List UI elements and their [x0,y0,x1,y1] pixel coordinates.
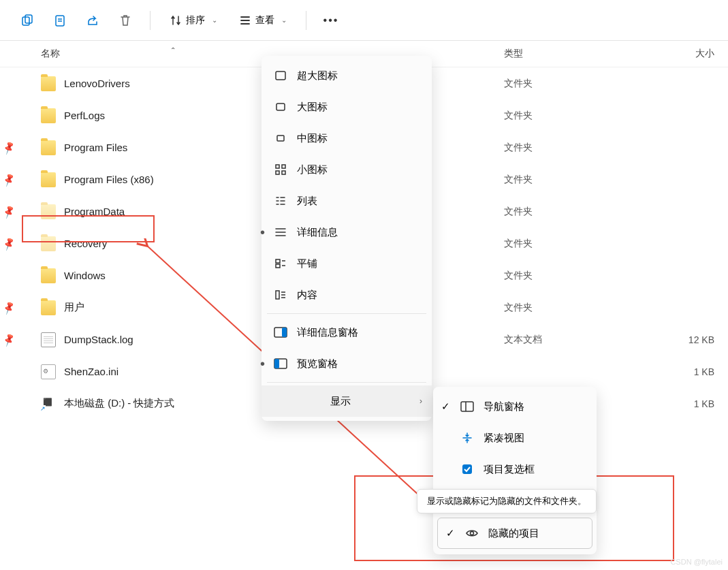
square-md-icon [274,101,287,113]
share-button[interactable] [79,7,106,34]
svg-rect-12 [276,264,280,268]
separator [306,11,306,30]
trash-icon [118,14,132,27]
watermark: CSDN @flytalei [670,558,723,566]
menu-label: 大图标 [297,101,328,114]
square-sm-icon [274,132,287,144]
folder-icon [41,204,56,219]
menu-item[interactable]: •详细信息 [262,217,432,248]
svg-rect-7 [276,165,279,168]
delete-button[interactable] [112,7,139,34]
menu-item[interactable]: 内容 [262,279,432,311]
menu-label: 平铺 [297,257,317,270]
compact-icon [460,432,474,444]
file-type: 文件夹 [504,174,627,186]
submenu-item[interactable]: ✓导航窗格 [433,391,597,422]
file-icon [41,396,56,411]
file-name: Windows [64,270,266,281]
pin-icon: 📌 [1,140,16,155]
submenu-item[interactable]: 紧凑视图 [433,422,597,454]
pin-icon: 📌 [1,236,16,251]
folder-icon [41,268,56,283]
menu-label: 小图标 [297,163,328,176]
more-button[interactable]: ••• [317,7,345,34]
svg-rect-6 [277,136,284,141]
file-type: 文件夹 [504,302,627,314]
submenu-item[interactable]: ✓隐藏的项目 [437,518,592,549]
menu-item[interactable]: 超大图标 [262,60,432,91]
svg-point-21 [471,532,474,535]
svg-rect-8 [282,165,285,168]
check-icon: ✓ [441,400,450,413]
file-size: 1 KB [627,398,728,409]
toolbar: 排序 ⌄ 查看 ⌄ ••• [0,0,728,41]
content-icon [274,289,287,301]
menu-label: 详细信息窗格 [297,326,358,339]
svg-rect-1 [25,15,32,23]
tiles-icon [274,257,287,270]
svg-rect-20 [462,464,472,474]
pin-icon: 📌 [1,300,16,315]
chevron-down-icon: ⌄ [281,16,287,24]
share-icon [86,14,99,27]
sort-button[interactable]: 排序 ⌄ [161,7,225,34]
file-type: 文件夹 [504,270,627,282]
file-name: 用户 [64,301,266,314]
file-type: 文件夹 [504,206,627,218]
grid-sm-icon [274,163,287,176]
menu-separator [267,382,426,383]
copy-button[interactable] [14,7,41,34]
svg-rect-10 [282,171,285,174]
more-icon: ••• [323,14,339,27]
pin-icon: 📌 [1,332,16,347]
square-lg-icon [274,69,287,82]
file-name: 本地磁盘 (D:) - 快捷方式 [64,397,266,410]
folder-icon [41,108,56,123]
folder-icon [41,172,56,187]
file-name: ProgramData [64,206,266,217]
copy-icon [20,14,34,27]
menu-label: 超大图标 [297,69,338,82]
svg-rect-11 [276,259,280,263]
view-button[interactable]: 查看 ⌄ [231,7,295,34]
column-size[interactable]: 大小 [627,48,728,60]
show-submenu: ✓导航窗格紧凑视图项目复选框✓隐藏的项目 [433,387,597,554]
menu-item[interactable]: 中图标 [262,123,432,154]
tooltip: 显示或隐藏标记为隐藏的文件和文件夹。 [417,489,597,513]
file-size: 1 KB [627,366,728,377]
menu-label: 详细信息 [297,226,338,239]
column-type[interactable]: 类型 [504,48,627,60]
view-icon [239,14,251,27]
menu-item[interactable]: 小图标 [262,154,432,185]
sort-label: 排序 [186,14,205,27]
svg-rect-13 [276,291,279,299]
file-type: 文件夹 [504,238,627,250]
column-name[interactable]: 名称 ⌃ [41,48,266,60]
pin-icon: 📌 [1,204,16,219]
paste-button[interactable] [46,7,74,34]
menu-item[interactable]: 大图标 [262,91,432,123]
svg-rect-4 [276,72,285,80]
check-icon: ✓ [446,527,455,539]
menu-item-show[interactable]: 显示 › [262,385,432,417]
file-name: Program Files [64,142,266,153]
menu-label: 项目复选框 [484,463,535,476]
chevron-right-icon: › [420,396,422,406]
bullet-icon: • [260,225,265,240]
menu-label: 紧凑视图 [484,432,524,445]
pane-icon [460,401,474,412]
menu-item[interactable]: 详细信息窗格 [262,317,432,348]
file-icon [41,364,56,379]
submenu-item[interactable]: 项目复选框 [433,454,597,485]
sort-indicator-icon: ⌃ [170,46,176,54]
menu-label: 内容 [297,289,317,302]
menu-item[interactable]: 平铺 [262,248,432,279]
pin-icon: 📌 [1,172,16,187]
menu-item[interactable]: 列表 [262,185,432,217]
pane-right-icon [274,327,287,338]
separator [150,11,151,30]
eye-icon [465,528,479,539]
view-context-menu: 超大图标大图标中图标小图标列表•详细信息平铺内容 详细信息窗格•预览窗格 显示 … [262,56,432,421]
menu-item[interactable]: •预览窗格 [262,348,432,379]
checkbox-icon [460,463,474,475]
